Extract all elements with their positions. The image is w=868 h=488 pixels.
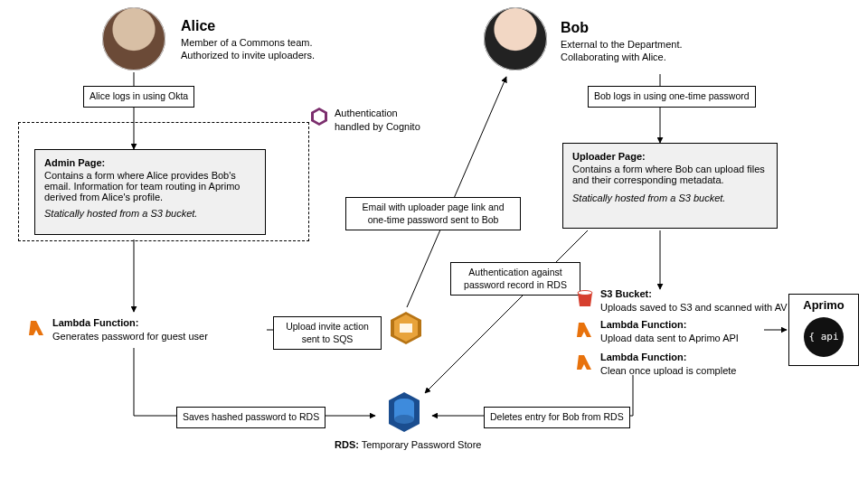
rds-label: RDS: [335, 439, 359, 450]
lambda-guest-body: Generates password for guest user [52, 331, 208, 342]
arrow-layer [0, 0, 868, 488]
avatar-bob [484, 7, 547, 70]
rds-caption: RDS: Temporary Password Store [335, 438, 481, 452]
svg-point-17 [578, 291, 592, 296]
alice-caption: Alice Member of a Commons team. Authoriz… [181, 16, 371, 62]
alice-name: Alice [181, 16, 371, 36]
svg-line-5 [425, 230, 588, 393]
s3-bucket-icon [575, 289, 595, 309]
aprimo-badge: { api } [804, 317, 844, 357]
svg-point-16 [394, 415, 414, 424]
edge-alice-login: Alice logs in using Okta [83, 86, 194, 108]
lambda-guest: Lambda Function: Generates password for … [52, 316, 260, 343]
lambda-icon [27, 318, 47, 338]
lambda-clean-title: Lambda Function: [600, 352, 686, 362]
lambda-icon-2 [575, 320, 595, 340]
alice-line2: Authorized to invite uploaders. [181, 49, 371, 62]
admin-page-hosted: Statically hosted from a S3 bucket. [44, 208, 256, 219]
bob-caption: Bob External to the Department. Collabor… [561, 18, 760, 64]
aprimo-title: Aprimo [789, 298, 858, 312]
uploader-page-title: Uploader Page: [572, 151, 768, 162]
lambda-clean-body: Clean once upload is complete [600, 365, 736, 376]
lambda-clean: Lambda Function: Clean once upload is co… [600, 351, 781, 378]
edge-auth-rds: Authentication against password record i… [450, 262, 580, 296]
bob-name: Bob [561, 18, 760, 38]
bob-line2: Collaborating with Alice. [561, 51, 760, 64]
aprimo-box: Aprimo { api } [788, 294, 859, 366]
uploader-page-body: Contains a form where Bob can upload fil… [572, 164, 768, 185]
uploader-page-hosted: Statically hosted from a S3 bucket. [572, 192, 768, 203]
bob-line1: External to the Department. [561, 38, 760, 52]
edge-invite-sqs: Upload invite action sent to SQS [273, 316, 382, 350]
s3-caption: S3 Bucket: Uploads saved to S3 and scann… [600, 287, 790, 314]
cognito-icon [309, 107, 329, 127]
lambda-guest-title: Lambda Function: [52, 317, 138, 328]
s3-title: S3 Bucket: [600, 288, 652, 299]
edge-save-rds: Saves hashed password to RDS [176, 407, 326, 428]
edge-delete-rds: Deletes entry for Bob from RDS [484, 407, 630, 428]
admin-page-title: Admin Page: [44, 157, 256, 168]
admin-page-box: Admin Page: Contains a form where Alice … [34, 149, 266, 235]
sqs-icon [387, 309, 425, 347]
rds-desc: Temporary Password Store [362, 439, 482, 450]
edge-bob-login: Bob logs in using one-time password [588, 86, 756, 108]
admin-page-body: Contains a form where Alice provides Bob… [44, 170, 256, 202]
edge-email-sent: Email with uploader page link and one-ti… [345, 197, 521, 230]
lambda-api-title: Lambda Function: [600, 319, 686, 330]
avatar-alice [102, 7, 165, 70]
svg-rect-12 [400, 324, 412, 333]
lambda-api: Lambda Function: Upload data sent to Apr… [600, 318, 781, 345]
uploader-page-box: Uploader Page: Contains a form where Bob… [562, 143, 778, 229]
lambda-icon-3 [575, 352, 595, 372]
rds-icon [385, 390, 423, 434]
lambda-api-body: Upload data sent to Aprimo API [600, 333, 739, 343]
s3-body: Uploads saved to S3 and scanned with AV [600, 302, 788, 313]
cognito-label: Authentication handled by Cognito [335, 107, 434, 134]
alice-line1: Member of a Commons team. [181, 36, 371, 50]
